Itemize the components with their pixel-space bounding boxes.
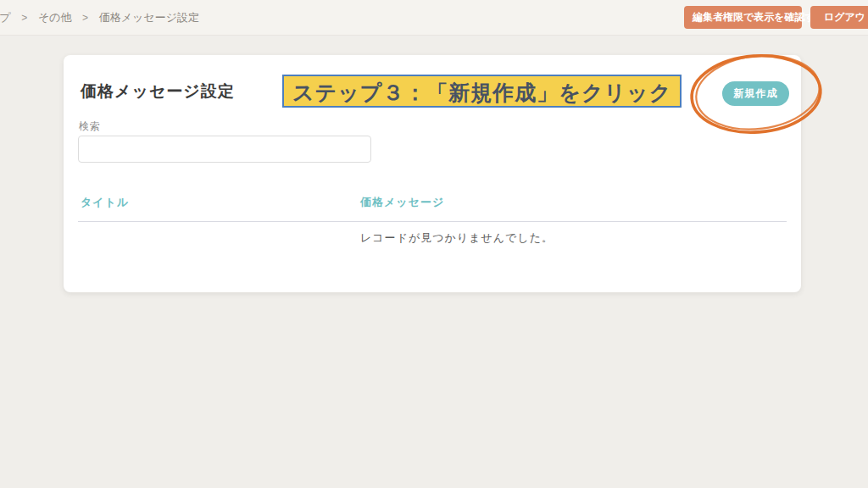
empty-records-message: レコードが見つかりませんでした。 [360, 230, 554, 246]
breadcrumb-separator: > [21, 12, 27, 24]
column-header-title[interactable]: タイトル [81, 195, 129, 210]
breadcrumb-separator: > [82, 12, 88, 24]
topbar-buttons: 編集者権限で表示を確認する ログアウト [684, 6, 868, 29]
breadcrumb-item-top[interactable]: ップ [0, 11, 11, 24]
table-divider [78, 221, 787, 222]
search-label: 検索 [79, 119, 101, 134]
breadcrumb-item-price-message-settings[interactable]: 価格メッセージ設定 [99, 11, 199, 24]
step-instruction-annotation: ステップ３：「新規作成」をクリック [282, 75, 682, 108]
price-message-settings-card: 価格メッセージ設定 ステップ３：「新規作成」をクリック 新規作成 検索 タイトル… [64, 55, 801, 292]
editor-permission-view-button[interactable]: 編集者権限で表示を確認する [684, 6, 802, 29]
breadcrumb-item-others[interactable]: その他 [38, 11, 72, 24]
page-title: 価格メッセージ設定 [81, 80, 235, 103]
topbar: ップ > その他 > 価格メッセージ設定 編集者権限で表示を確認する ログアウト [0, 0, 868, 36]
breadcrumb: ップ > その他 > 価格メッセージ設定 [0, 10, 199, 25]
search-input[interactable] [78, 136, 371, 163]
logout-button[interactable]: ログアウト [810, 6, 868, 29]
new-create-button[interactable]: 新規作成 [722, 81, 789, 106]
column-header-price-message[interactable]: 価格メッセージ [360, 195, 444, 210]
